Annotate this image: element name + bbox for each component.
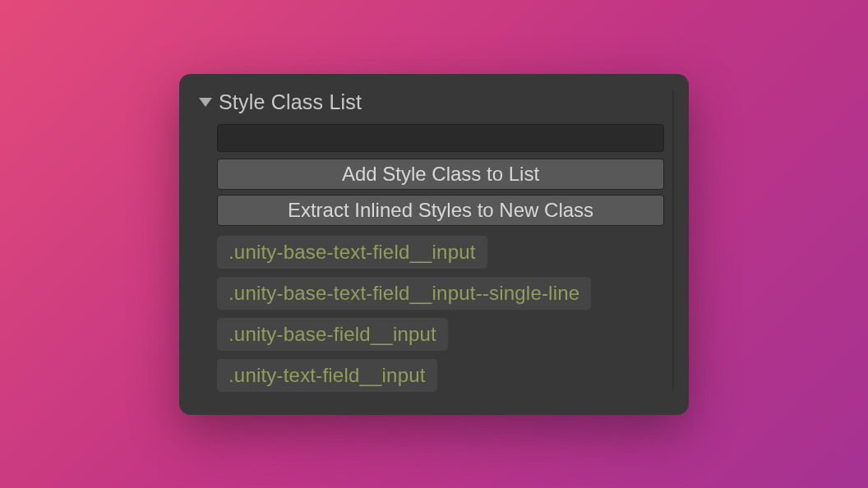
class-pill[interactable]: .unity-base-field__input xyxy=(217,318,448,351)
class-pill-label: .unity-base-field__input xyxy=(229,323,436,346)
style-class-input[interactable] xyxy=(217,124,664,152)
panel-inner: Style Class List Add Style Class to List… xyxy=(194,90,674,392)
class-pill-label: .unity-text-field__input xyxy=(229,364,426,387)
class-pill-list: .unity-base-text-field__input .unity-bas… xyxy=(217,236,664,392)
extract-inlined-styles-button[interactable]: Extract Inlined Styles to New Class xyxy=(217,195,664,226)
add-style-class-button[interactable]: Add Style Class to List xyxy=(217,159,664,190)
controls-container: Add Style Class to List Extract Inlined … xyxy=(194,124,664,392)
class-pill-label: .unity-base-text-field__input xyxy=(229,241,476,264)
style-class-list-panel: Style Class List Add Style Class to List… xyxy=(179,74,689,415)
foldout-arrow-icon[interactable] xyxy=(199,98,212,107)
class-pill[interactable]: .unity-text-field__input xyxy=(217,359,437,392)
section-header[interactable]: Style Class List xyxy=(194,90,664,114)
class-pill[interactable]: .unity-base-text-field__input xyxy=(217,236,487,269)
class-pill[interactable]: .unity-base-text-field__input--single-li… xyxy=(217,277,591,310)
class-pill-label: .unity-base-text-field__input--single-li… xyxy=(229,282,579,305)
section-title: Style Class List xyxy=(219,90,362,114)
